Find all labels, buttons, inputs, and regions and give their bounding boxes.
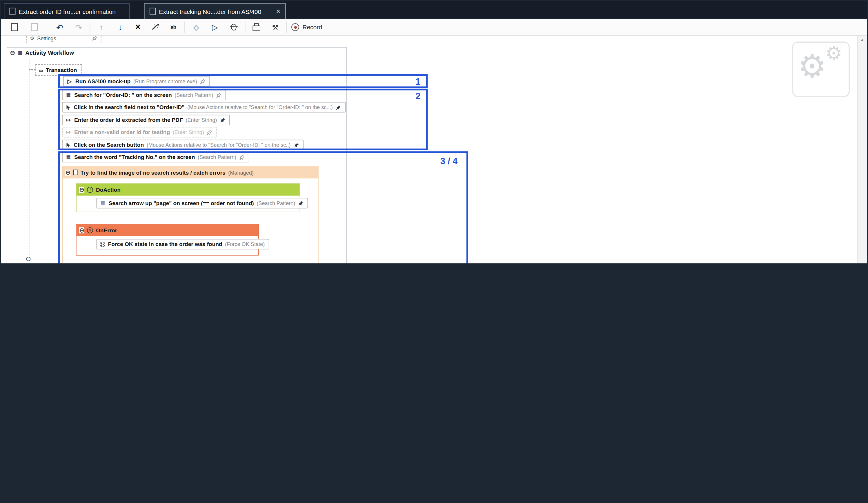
step-type: (Search Pattern) <box>198 154 236 160</box>
toolbar-separator <box>245 22 246 33</box>
vertical-scrollbar[interactable]: ▲ ▼ <box>857 36 867 263</box>
step-search-orderid[interactable]: ≣ Search for "Order-ID: " on the screen … <box>62 90 226 100</box>
pin-icon[interactable] <box>220 117 225 123</box>
print-button[interactable] <box>250 21 263 34</box>
bug-icon <box>231 24 237 30</box>
toolbar: ↶ ↷ ↑ ↓ × ab ◇ ▷ ⚒ Record <box>1 19 867 36</box>
record-label: Record <box>302 24 322 30</box>
tree-line <box>29 59 29 263</box>
document-icon <box>9 8 16 15</box>
search-pattern-icon: ≣ <box>65 92 71 98</box>
transaction-label: Transaction <box>46 67 77 73</box>
step-enter-invalid-orderid[interactable]: ↦ Enter a non-valid order id for testing… <box>62 127 217 138</box>
breakpoint-button[interactable]: ◇ <box>189 21 203 34</box>
step-search-arrow-up[interactable]: ≣ Search arrow up "page" on screen (== o… <box>96 198 308 208</box>
step-label: Search the word "Tracking No." on the sc… <box>74 154 195 160</box>
tools-button[interactable]: ⚒ <box>269 21 282 34</box>
gear-icon: ⚙ <box>797 50 826 83</box>
debug-button[interactable] <box>227 21 240 34</box>
replace-button[interactable]: ab <box>167 21 180 34</box>
annotation-number: 3 / 4 <box>441 157 458 166</box>
step-click-search-field[interactable]: Click in the search field next to "Order… <box>62 102 345 112</box>
managed-block-header[interactable]: ⊖ Try to find the image of no search res… <box>63 166 318 178</box>
pin-icon[interactable] <box>207 129 212 135</box>
toolbar-separator <box>184 22 185 33</box>
enter-string-icon: ↦ <box>65 129 71 135</box>
onerror-block-header[interactable]: ⊖ × OnError <box>76 224 258 236</box>
copy-button[interactable] <box>8 21 21 34</box>
annotation-number: 1 <box>415 77 420 87</box>
pin-icon[interactable] <box>200 78 205 84</box>
magic-wand-button[interactable] <box>149 21 162 34</box>
doaction-block-header[interactable]: ⊖ ! DoAction <box>76 184 300 195</box>
step-label: Run AS/400 mock-up <box>75 78 131 84</box>
step-type: (Enter String) <box>186 117 217 123</box>
move-down-button[interactable]: ↓ <box>114 21 127 34</box>
tab-order-confirmation[interactable]: Extract order ID fro...er confirmation <box>4 3 130 19</box>
step-type: (Mouse Actions relative to "Search for "… <box>187 104 333 110</box>
pin-icon[interactable] <box>92 36 97 41</box>
tab-label: Extract order ID fro...er confirmation <box>19 8 116 15</box>
tree-line <box>29 69 35 70</box>
collapse-icon[interactable]: ⊖ <box>79 227 84 233</box>
step-click-search-button[interactable]: Click on the Search button (Mouse Action… <box>62 140 303 150</box>
annotation-number: 2 <box>415 91 420 101</box>
step-search-tracking[interactable]: ≣ Search the word "Tracking No." on the … <box>62 152 249 162</box>
pin-icon[interactable] <box>216 92 221 98</box>
block-label: Try to find the image of no search resul… <box>80 169 225 175</box>
document-icon <box>73 170 78 175</box>
close-icon[interactable]: × <box>270 8 280 15</box>
toolbar-separator <box>90 22 91 33</box>
collapse-icon[interactable]: ⊖ <box>65 169 71 175</box>
step-type: (Search Pattern) <box>257 200 295 206</box>
record-button[interactable]: Record <box>291 21 322 34</box>
step-label: Enter the order id extracted from the PD… <box>74 117 183 123</box>
pin-icon[interactable] <box>239 154 245 160</box>
step-type: (Run Program chrome.exe) <box>133 78 197 84</box>
step-label: Enter a non-valid order id for testing <box>74 129 170 135</box>
collapse-icon[interactable]: ⊖ <box>79 187 84 193</box>
paste-icon <box>31 23 38 31</box>
paste-button[interactable] <box>28 21 41 34</box>
undo-button[interactable]: ↶ <box>53 21 66 34</box>
collapse-icon[interactable]: ⊖ <box>10 50 15 56</box>
arrow-down-icon: ↓ <box>118 23 122 31</box>
transaction-icon: ∞ <box>39 67 43 73</box>
list-icon: ≣ <box>18 50 23 56</box>
search-pattern-icon: ≣ <box>100 200 106 206</box>
settings-watermark: ⚙ ⚙ <box>792 41 850 97</box>
exclamation-icon: ! <box>87 187 93 193</box>
pin-icon[interactable] <box>298 200 303 206</box>
move-up-button[interactable]: ↑ <box>95 21 108 34</box>
pin-icon[interactable] <box>335 104 341 110</box>
mouse-cursor-icon <box>65 104 71 110</box>
scroll-up-icon[interactable]: ▲ <box>860 38 864 41</box>
step-forceok-found[interactable]: ▷ Force OK state in case the order was f… <box>96 239 269 250</box>
transaction-node[interactable]: ∞ Transaction <box>35 64 82 76</box>
tab-label: Extract tracking No....der from AS/400 <box>159 8 261 15</box>
collapse-icon[interactable]: ⊖ <box>25 255 31 262</box>
step-label: Search for "Order-ID: " on the screen <box>74 92 172 98</box>
step-run-as400[interactable]: ▷ Run AS/400 mock-up (Run Program chrome… <box>63 76 210 87</box>
pin-icon[interactable] <box>293 142 299 148</box>
search-pattern-icon: ≣ <box>65 154 71 160</box>
step-type: (Enter String) <box>173 129 204 135</box>
step-label: Click in the search field next to "Order… <box>74 104 184 110</box>
step-label: Click on the Search button <box>74 142 144 148</box>
run-program-icon: ▷ <box>66 78 72 84</box>
tab-tracking-as400[interactable]: Extract tracking No....der from AS/400 × <box>144 3 286 19</box>
step-enter-orderid[interactable]: ↦ Enter the order id extracted from the … <box>62 115 230 125</box>
redo-icon: ↷ <box>75 23 82 31</box>
step-label: Search arrow up "page" on screen (== ord… <box>108 200 254 206</box>
workflow-canvas[interactable]: ⚙ ⚙ ⊖ ≣ Activity Workflow ⊖ ⚙ Settings <box>1 36 857 263</box>
error-icon: × <box>87 227 93 233</box>
run-button[interactable]: ▷ <box>208 21 221 34</box>
settings-label: Settings <box>37 36 56 41</box>
delete-button[interactable]: × <box>131 21 145 34</box>
activity-workflow-node[interactable]: ⊖ ≣ Activity Workflow <box>8 49 76 57</box>
settings-node[interactable]: ⚙ Settings <box>26 36 102 43</box>
content-area: ⚙ ⚙ ⊖ ≣ Activity Workflow ⊖ ⚙ Settings <box>1 36 867 263</box>
replace-icon: ab <box>170 24 176 30</box>
block-type: (Managed) <box>228 169 254 175</box>
redo-button[interactable]: ↷ <box>72 21 85 34</box>
